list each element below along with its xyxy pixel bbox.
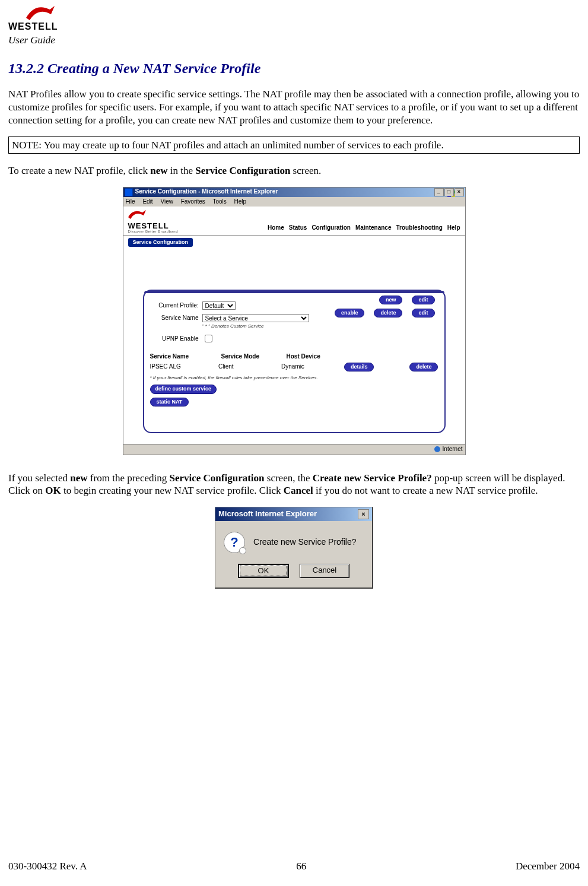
config-panel: new edit Current Profile: Default enable…: [143, 290, 446, 433]
tab-service-configuration[interactable]: Service Configuration: [128, 238, 193, 247]
upnp-enable-checkbox[interactable]: [205, 335, 212, 342]
th-service-name: Service Name: [150, 353, 204, 361]
nav-configuration[interactable]: Configuration: [312, 224, 351, 232]
menu-favorites[interactable]: Favorites: [181, 198, 205, 205]
brand-tagline: Discover Better Broadband: [128, 230, 179, 234]
footer-page-number: 66: [296, 860, 306, 872]
screenshot-create-profile-dialog: Microsoft Internet Explorer × ? Create n…: [215, 507, 373, 589]
nav-home[interactable]: Home: [268, 224, 284, 232]
browser-menu: File Edit View Favorites Tools Help: [123, 197, 465, 207]
th-host-device: Host Device: [287, 353, 334, 361]
current-profile-select[interactable]: Default: [202, 301, 236, 310]
brand-wordmark: WESTELL: [128, 222, 179, 230]
edit-button-2[interactable]: edit: [412, 309, 434, 317]
enable-button[interactable]: enable: [335, 309, 365, 317]
static-nat-button[interactable]: static NAT: [150, 398, 189, 407]
td-host-device: Dynamic: [281, 363, 326, 371]
nav-troubleshooting[interactable]: Troubleshooting: [396, 224, 443, 232]
td-service-name: IPSEC ALG: [150, 363, 201, 371]
intro-paragraph: NAT Profiles allow you to create specifi…: [8, 88, 580, 126]
swoosh-icon: [128, 210, 146, 220]
delete-button[interactable]: delete: [374, 309, 402, 317]
question-icon: ?: [224, 532, 245, 553]
nav-help[interactable]: Help: [447, 224, 460, 232]
menu-file[interactable]: File: [126, 198, 135, 205]
brand-wordmark: WESTELL: [8, 21, 58, 33]
label-upnp-enable: UPNP Enable: [150, 335, 202, 343]
status-text: Internet: [443, 446, 463, 453]
brand-logo: WESTELL: [8, 6, 62, 33]
close-button[interactable]: ×: [454, 188, 464, 196]
new-button[interactable]: new: [379, 296, 403, 304]
swoosh-icon: [26, 6, 55, 23]
screenshot-service-configuration: Service Configuration - Microsoft Intern…: [123, 187, 466, 455]
dialog-message: Create new Service Profile?: [253, 537, 357, 548]
dialog-title: Microsoft Internet Explorer: [218, 509, 317, 519]
maximize-button[interactable]: □: [444, 188, 454, 196]
delete-row-button[interactable]: delete: [409, 363, 438, 371]
service-name-select[interactable]: Select a Service: [202, 314, 309, 322]
menu-tools[interactable]: Tools: [212, 198, 226, 205]
status-bar: Internet: [123, 444, 465, 455]
dialog-close-button[interactable]: ×: [358, 509, 369, 519]
section-heading: 13.2.2 Creating a New NAT Service Profil…: [8, 59, 580, 77]
doc-label: User Guide: [8, 34, 580, 46]
section-number: 13.2.2: [8, 61, 44, 76]
nav-status[interactable]: Status: [289, 224, 307, 232]
minimize-button[interactable]: _: [434, 188, 444, 196]
menu-view[interactable]: View: [160, 198, 173, 205]
th-service-mode: Service Mode: [221, 353, 269, 361]
section-title-text: Creating a New NAT Service Profile: [47, 61, 260, 76]
cancel-button[interactable]: Cancel: [300, 564, 349, 578]
menu-edit[interactable]: Edit: [142, 198, 152, 205]
note-box: NOTE: You may create up to four NAT prof…: [8, 136, 580, 154]
define-custom-service-button[interactable]: define custom service: [150, 385, 217, 393]
ie-logo-icon: [125, 188, 133, 196]
label-service-name: Service Name: [150, 315, 202, 322]
firewall-footnote: * If your firewall is enabled, the firew…: [150, 375, 438, 381]
footer-left: 030-300432 Rev. A: [8, 860, 87, 872]
menu-help[interactable]: Help: [234, 198, 247, 205]
nav-maintenance[interactable]: Maintenance: [355, 224, 392, 232]
main-nav: Home Status Configuration Maintenance Tr…: [268, 224, 460, 234]
details-button[interactable]: details: [344, 363, 374, 371]
label-current-profile: Current Profile:: [150, 302, 202, 310]
ok-button[interactable]: OK: [238, 564, 289, 578]
window-title: Service Configuration - Microsoft Intern…: [135, 188, 278, 196]
edit-button[interactable]: edit: [412, 296, 434, 304]
globe-icon: [434, 446, 440, 452]
window-titlebar: Service Configuration - Microsoft Intern…: [123, 188, 465, 197]
instruction-paragraph: To create a new NAT profile, click new i…: [8, 164, 580, 177]
td-service-mode: Client: [218, 363, 263, 371]
page-footer: 030-300432 Rev. A 66 December 2004: [8, 860, 580, 872]
footer-right: December 2004: [516, 860, 580, 872]
after-screenshot-paragraph: If you selected new from the preceding S…: [8, 472, 580, 498]
denotes-note: " * " Denotes Custom Service: [202, 323, 264, 329]
